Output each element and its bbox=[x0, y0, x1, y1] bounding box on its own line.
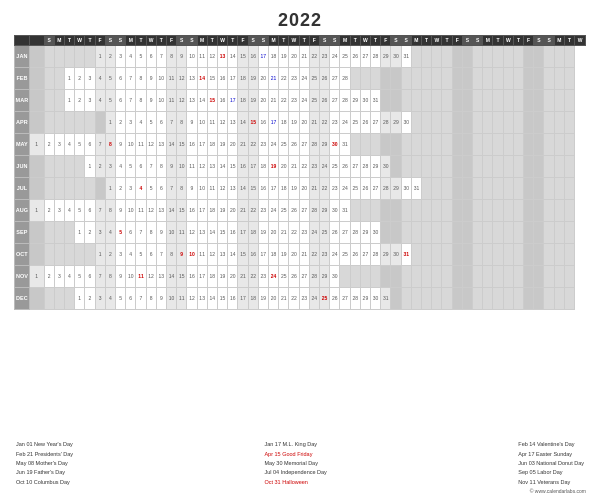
day-cell: 21 bbox=[309, 112, 319, 134]
day-cell: 18 bbox=[207, 134, 217, 156]
month-row-may: MAY1234567891011121314151617181920212223… bbox=[15, 134, 586, 156]
day-header-11: W bbox=[146, 36, 156, 46]
day-cell: 1 bbox=[64, 68, 74, 90]
day-cell bbox=[462, 178, 472, 200]
day-cell: 18 bbox=[238, 68, 248, 90]
day-cell: 29 bbox=[360, 288, 370, 310]
day-cell: 22 bbox=[279, 68, 289, 90]
day-cell bbox=[564, 46, 574, 68]
day-cell: 5 bbox=[136, 244, 146, 266]
day-cell: 4 bbox=[95, 90, 105, 112]
day-cell bbox=[422, 46, 432, 68]
day-cell bbox=[503, 134, 513, 156]
day-cell bbox=[462, 156, 472, 178]
day-cell: 5 bbox=[75, 200, 85, 222]
day-header-35: S bbox=[391, 36, 401, 46]
day-cell bbox=[54, 156, 64, 178]
day-cell bbox=[473, 156, 483, 178]
day-cell bbox=[524, 68, 534, 90]
day-cell: 22 bbox=[319, 178, 329, 200]
day-cell: 6 bbox=[115, 68, 125, 90]
day-cell: 2 bbox=[44, 200, 54, 222]
day-cell: 15 bbox=[248, 178, 258, 200]
holiday-item: Apr 15 Good Friday bbox=[264, 450, 326, 459]
day-header-25: W bbox=[289, 36, 299, 46]
day-cell: 31 bbox=[401, 46, 411, 68]
day-cell bbox=[452, 178, 462, 200]
day-cell: 30 bbox=[330, 134, 340, 156]
day-cell bbox=[85, 112, 95, 134]
day-cell bbox=[452, 244, 462, 266]
day-cell bbox=[44, 90, 54, 112]
day-cell: 23 bbox=[289, 68, 299, 90]
day-cell bbox=[564, 288, 574, 310]
day-cell: 25 bbox=[340, 46, 350, 68]
day-cell: 27 bbox=[330, 68, 340, 90]
day-header-2: M bbox=[54, 36, 64, 46]
day-cell: 20 bbox=[228, 134, 238, 156]
day-cell: 15 bbox=[228, 156, 238, 178]
day-header-24: T bbox=[279, 36, 289, 46]
month-row-jan: JAN1234567891011121314151617181920212223… bbox=[15, 46, 586, 68]
day-cell bbox=[411, 288, 421, 310]
day-cell: 23 bbox=[258, 266, 268, 288]
holiday-item: Oct 10 Columbus Day bbox=[16, 478, 73, 487]
day-cell: 7 bbox=[166, 112, 176, 134]
day-cell: 21 bbox=[268, 68, 278, 90]
day-cell bbox=[564, 90, 574, 112]
day-cell: 8 bbox=[136, 68, 146, 90]
day-cell bbox=[524, 244, 534, 266]
day-cell: 15 bbox=[177, 266, 187, 288]
day-cell bbox=[29, 90, 44, 112]
day-cell: 8 bbox=[105, 134, 115, 156]
day-cell bbox=[432, 178, 442, 200]
day-cell: 19 bbox=[217, 200, 227, 222]
day-cell bbox=[473, 112, 483, 134]
day-cell: 3 bbox=[126, 112, 136, 134]
day-cell: 17 bbox=[258, 244, 268, 266]
day-cell bbox=[473, 178, 483, 200]
day-cell bbox=[524, 156, 534, 178]
day-cell: 6 bbox=[146, 46, 156, 68]
day-cell: 12 bbox=[207, 46, 217, 68]
day-cell bbox=[432, 200, 442, 222]
day-cell: 2 bbox=[95, 156, 105, 178]
day-cell bbox=[462, 200, 472, 222]
day-cell bbox=[442, 288, 452, 310]
day-cell: 5 bbox=[136, 46, 146, 68]
day-cell: 20 bbox=[289, 244, 299, 266]
day-cell: 12 bbox=[177, 68, 187, 90]
day-cell bbox=[544, 46, 554, 68]
day-cell bbox=[442, 222, 452, 244]
day-cell bbox=[442, 134, 452, 156]
day-cell bbox=[524, 288, 534, 310]
day-cell bbox=[54, 222, 64, 244]
day-cell bbox=[483, 112, 493, 134]
day-cell bbox=[411, 222, 421, 244]
day-cell bbox=[483, 134, 493, 156]
month-label-oct: OCT bbox=[15, 244, 30, 266]
day-cell bbox=[534, 244, 544, 266]
day-cell: 24 bbox=[299, 68, 309, 90]
day-cell bbox=[534, 90, 544, 112]
footer-url: © www.calendarlabs.com bbox=[530, 488, 586, 494]
day-cell bbox=[554, 244, 564, 266]
day-cell: 7 bbox=[95, 266, 105, 288]
day-cell bbox=[564, 222, 574, 244]
day-header-7: S bbox=[105, 36, 115, 46]
day-cell bbox=[524, 90, 534, 112]
day-cell: 3 bbox=[85, 68, 95, 90]
day-cell: 2 bbox=[105, 244, 115, 266]
day-cell: 3 bbox=[54, 134, 64, 156]
day-cell: 24 bbox=[268, 266, 278, 288]
day-cell bbox=[442, 200, 452, 222]
month-row-jun: JUN1234567891011121314151617181920212223… bbox=[15, 156, 586, 178]
day-cell bbox=[493, 134, 503, 156]
day-cell bbox=[493, 46, 503, 68]
holiday-item: May 08 Mother's Day bbox=[16, 459, 73, 468]
day-cell bbox=[524, 134, 534, 156]
day-cell: 5 bbox=[115, 222, 125, 244]
day-cell bbox=[75, 46, 85, 68]
day-cell: 24 bbox=[268, 134, 278, 156]
day-cell bbox=[462, 244, 472, 266]
